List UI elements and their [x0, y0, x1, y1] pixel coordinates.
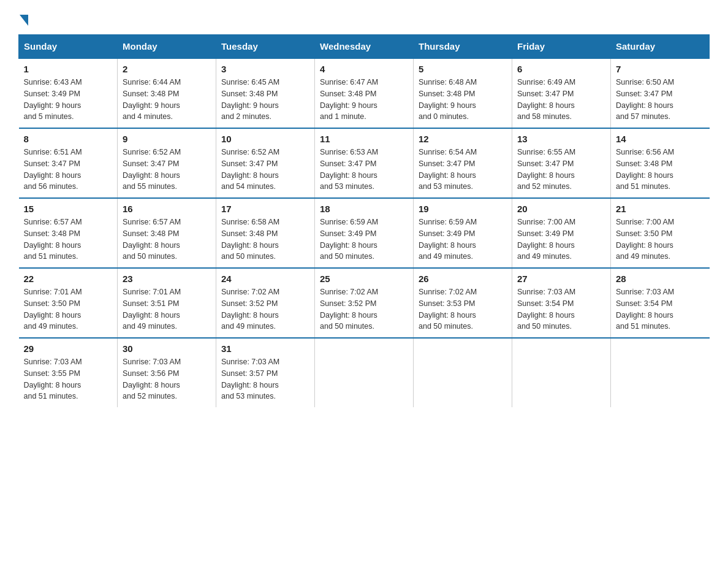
day-info: Sunrise: 6:54 AMSunset: 3:47 PMDaylight:… [419, 147, 507, 193]
calendar-header: Sunday Monday Tuesday Wednesday Thursday… [19, 35, 710, 59]
calendar-cell: 30 Sunrise: 7:03 AMSunset: 3:56 PMDaylig… [118, 338, 216, 407]
calendar-cell: 12 Sunrise: 6:54 AMSunset: 3:47 PMDaylig… [414, 128, 512, 198]
calendar-cell: 18 Sunrise: 6:59 AMSunset: 3:49 PMDaylig… [315, 198, 414, 268]
calendar-body: 1 Sunrise: 6:43 AMSunset: 3:49 PMDayligh… [19, 58, 710, 407]
calendar-cell: 6 Sunrise: 6:49 AMSunset: 3:47 PMDayligh… [512, 58, 611, 128]
day-info: Sunrise: 6:52 AMSunset: 3:47 PMDaylight:… [123, 147, 211, 193]
col-friday: Friday [512, 35, 611, 59]
day-info: Sunrise: 7:03 AMSunset: 3:56 PMDaylight:… [123, 356, 211, 402]
day-info: Sunrise: 6:59 AMSunset: 3:49 PMDaylight:… [419, 216, 507, 262]
day-number: 26 [419, 274, 507, 284]
day-number: 2 [123, 64, 211, 74]
day-number: 25 [320, 274, 408, 284]
calendar-cell [512, 338, 611, 407]
day-number: 6 [517, 64, 605, 74]
calendar-cell [414, 338, 512, 407]
calendar-cell: 26 Sunrise: 7:02 AMSunset: 3:53 PMDaylig… [414, 268, 512, 338]
calendar-cell: 14 Sunrise: 6:56 AMSunset: 3:48 PMDaylig… [611, 128, 710, 198]
day-info: Sunrise: 7:00 AMSunset: 3:50 PMDaylight:… [616, 216, 705, 262]
calendar-cell: 29 Sunrise: 7:03 AMSunset: 3:55 PMDaylig… [19, 338, 118, 407]
day-info: Sunrise: 7:03 AMSunset: 3:54 PMDaylight:… [616, 286, 705, 332]
calendar-cell: 11 Sunrise: 6:53 AMSunset: 3:47 PMDaylig… [315, 128, 414, 198]
day-number: 4 [320, 64, 408, 74]
calendar-cell: 7 Sunrise: 6:50 AMSunset: 3:47 PMDayligh… [611, 58, 710, 128]
day-number: 8 [24, 134, 113, 144]
calendar-cell: 20 Sunrise: 7:00 AMSunset: 3:49 PMDaylig… [512, 198, 611, 268]
day-number: 29 [24, 343, 113, 354]
day-number: 31 [221, 343, 309, 354]
day-number: 17 [221, 204, 309, 214]
day-number: 18 [320, 204, 408, 214]
calendar-cell [315, 338, 414, 407]
day-info: Sunrise: 6:51 AMSunset: 3:47 PMDaylight:… [24, 147, 113, 193]
day-info: Sunrise: 7:01 AMSunset: 3:50 PMDaylight:… [24, 286, 113, 332]
page-header [18, 12, 710, 23]
calendar-week-row: 8 Sunrise: 6:51 AMSunset: 3:47 PMDayligh… [19, 128, 710, 198]
calendar-cell: 17 Sunrise: 6:58 AMSunset: 3:48 PMDaylig… [216, 198, 315, 268]
day-info: Sunrise: 6:50 AMSunset: 3:47 PMDaylight:… [616, 77, 705, 123]
calendar-cell: 19 Sunrise: 6:59 AMSunset: 3:49 PMDaylig… [414, 198, 512, 268]
day-number: 13 [517, 134, 605, 144]
calendar-cell: 8 Sunrise: 6:51 AMSunset: 3:47 PMDayligh… [19, 128, 118, 198]
day-info: Sunrise: 7:02 AMSunset: 3:53 PMDaylight:… [419, 286, 507, 332]
day-info: Sunrise: 6:43 AMSunset: 3:49 PMDaylight:… [24, 77, 113, 123]
calendar-cell: 16 Sunrise: 6:57 AMSunset: 3:48 PMDaylig… [118, 198, 216, 268]
day-info: Sunrise: 6:59 AMSunset: 3:49 PMDaylight:… [320, 216, 408, 262]
day-number: 9 [123, 134, 211, 144]
col-monday: Monday [118, 35, 216, 59]
day-number: 10 [221, 134, 309, 144]
day-info: Sunrise: 6:57 AMSunset: 3:48 PMDaylight:… [24, 216, 113, 262]
day-info: Sunrise: 6:45 AMSunset: 3:48 PMDaylight:… [221, 77, 309, 123]
calendar-table: Sunday Monday Tuesday Wednesday Thursday… [18, 34, 710, 407]
day-info: Sunrise: 7:00 AMSunset: 3:49 PMDaylight:… [517, 216, 605, 262]
day-number: 11 [320, 134, 408, 144]
calendar-cell: 3 Sunrise: 6:45 AMSunset: 3:48 PMDayligh… [216, 58, 315, 128]
day-info: Sunrise: 7:02 AMSunset: 3:52 PMDaylight:… [320, 286, 408, 332]
calendar-week-row: 1 Sunrise: 6:43 AMSunset: 3:49 PMDayligh… [19, 58, 710, 128]
calendar-cell: 2 Sunrise: 6:44 AMSunset: 3:48 PMDayligh… [118, 58, 216, 128]
day-number: 23 [123, 274, 211, 284]
day-number: 16 [123, 204, 211, 214]
calendar-cell: 21 Sunrise: 7:00 AMSunset: 3:50 PMDaylig… [611, 198, 710, 268]
calendar-cell: 27 Sunrise: 7:03 AMSunset: 3:54 PMDaylig… [512, 268, 611, 338]
calendar-week-row: 22 Sunrise: 7:01 AMSunset: 3:50 PMDaylig… [19, 268, 710, 338]
calendar-cell: 31 Sunrise: 7:03 AMSunset: 3:57 PMDaylig… [216, 338, 315, 407]
calendar-cell: 28 Sunrise: 7:03 AMSunset: 3:54 PMDaylig… [611, 268, 710, 338]
calendar-cell: 13 Sunrise: 6:55 AMSunset: 3:47 PMDaylig… [512, 128, 611, 198]
day-info: Sunrise: 6:58 AMSunset: 3:48 PMDaylight:… [221, 216, 309, 262]
day-number: 21 [616, 204, 705, 214]
calendar-cell: 22 Sunrise: 7:01 AMSunset: 3:50 PMDaylig… [19, 268, 118, 338]
col-saturday: Saturday [611, 35, 710, 59]
col-sunday: Sunday [19, 35, 118, 59]
day-number: 15 [24, 204, 113, 214]
day-info: Sunrise: 6:47 AMSunset: 3:48 PMDaylight:… [320, 77, 408, 123]
calendar-cell: 15 Sunrise: 6:57 AMSunset: 3:48 PMDaylig… [19, 198, 118, 268]
day-info: Sunrise: 7:01 AMSunset: 3:51 PMDaylight:… [123, 286, 211, 332]
day-number: 5 [419, 64, 507, 74]
calendar-cell: 23 Sunrise: 7:01 AMSunset: 3:51 PMDaylig… [118, 268, 216, 338]
day-info: Sunrise: 6:57 AMSunset: 3:48 PMDaylight:… [123, 216, 211, 262]
day-info: Sunrise: 7:03 AMSunset: 3:54 PMDaylight:… [517, 286, 605, 332]
calendar-cell: 5 Sunrise: 6:48 AMSunset: 3:48 PMDayligh… [414, 58, 512, 128]
day-number: 3 [221, 64, 309, 74]
day-info: Sunrise: 6:52 AMSunset: 3:47 PMDaylight:… [221, 147, 309, 193]
day-info: Sunrise: 6:49 AMSunset: 3:47 PMDaylight:… [517, 77, 605, 123]
day-number: 1 [24, 64, 113, 74]
day-number: 24 [221, 274, 309, 284]
day-info: Sunrise: 7:02 AMSunset: 3:52 PMDaylight:… [221, 286, 309, 332]
day-info: Sunrise: 6:55 AMSunset: 3:47 PMDaylight:… [517, 147, 605, 193]
day-number: 28 [616, 274, 705, 284]
day-info: Sunrise: 6:56 AMSunset: 3:48 PMDaylight:… [616, 147, 705, 193]
day-info: Sunrise: 6:48 AMSunset: 3:48 PMDaylight:… [419, 77, 507, 123]
day-number: 27 [517, 274, 605, 284]
calendar-cell: 24 Sunrise: 7:02 AMSunset: 3:52 PMDaylig… [216, 268, 315, 338]
col-thursday: Thursday [414, 35, 512, 59]
calendar-cell: 10 Sunrise: 6:52 AMSunset: 3:47 PMDaylig… [216, 128, 315, 198]
calendar-cell: 9 Sunrise: 6:52 AMSunset: 3:47 PMDayligh… [118, 128, 216, 198]
logo [18, 12, 28, 23]
header-row: Sunday Monday Tuesday Wednesday Thursday… [19, 35, 710, 59]
day-number: 20 [517, 204, 605, 214]
calendar-week-row: 15 Sunrise: 6:57 AMSunset: 3:48 PMDaylig… [19, 198, 710, 268]
day-number: 19 [419, 204, 507, 214]
calendar-cell: 1 Sunrise: 6:43 AMSunset: 3:49 PMDayligh… [19, 58, 118, 128]
